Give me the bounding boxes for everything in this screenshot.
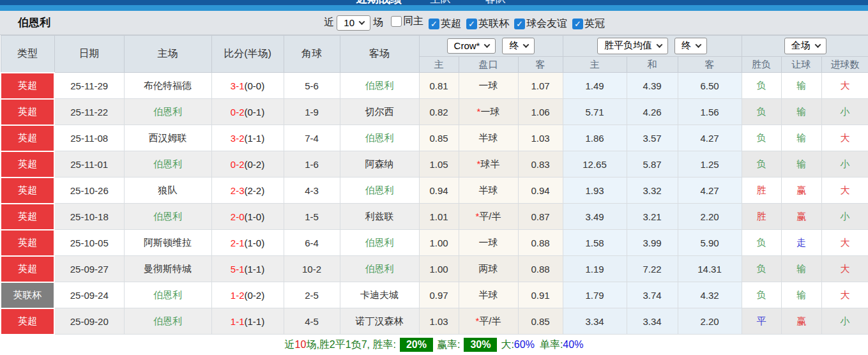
odds-away: 1.03	[518, 125, 563, 151]
sub-header-goals: 进球数	[821, 57, 868, 73]
match-date: 25-11-22	[54, 99, 124, 125]
result-wdl: 负	[742, 99, 781, 125]
handicap-line: 半球	[459, 125, 518, 151]
checked-checkbox-icon[interactable]: ✓	[514, 19, 525, 29]
match-date: 25-09-27	[54, 256, 124, 282]
corners-cell: 1-5	[284, 204, 340, 230]
chevron-down-icon	[696, 42, 702, 48]
col-header-corners: 角球	[284, 36, 340, 73]
filter-checkbox-2[interactable]: ✓英联杯	[466, 17, 509, 31]
result-handicap: 输	[781, 151, 821, 178]
result-goals: 大	[821, 125, 868, 151]
odds-away: 1.07	[518, 73, 563, 99]
summary-near: 近	[285, 338, 295, 352]
avg-home: 1.93	[563, 178, 627, 204]
odds-home: 1.01	[419, 204, 459, 230]
odds-away: 0.91	[518, 282, 563, 308]
filter-checkbox-0[interactable]: 同主	[391, 15, 423, 28]
scope-select[interactable]: 全场	[784, 38, 826, 54]
league-badge: 英超	[1, 256, 54, 282]
odds-away: 0.88	[518, 256, 563, 282]
odds-home: 1.00	[419, 230, 459, 256]
chevron-down-icon	[657, 42, 663, 48]
odds-home: 0.94	[419, 178, 459, 204]
avg-away: 2.20	[678, 308, 742, 335]
sub-header-let: 让球	[781, 57, 821, 73]
result-wdl: 负	[742, 73, 781, 99]
corners-cell: 6-4	[284, 230, 340, 256]
league-badge: 英联杯	[1, 282, 54, 308]
league-badge: 英超	[1, 73, 54, 99]
home-team-name: 伯恩利	[124, 282, 211, 308]
avg-home: 1.58	[563, 230, 627, 256]
sub-header-avg-away: 客	[678, 57, 742, 73]
page-title: 近期战绩	[356, 0, 402, 5]
unchecked-checkbox-icon[interactable]	[391, 16, 402, 27]
chevron-down-icon	[484, 42, 491, 48]
cover-label: 赢率:	[437, 338, 460, 352]
result-handicap: 输	[781, 99, 821, 125]
match-date: 25-11-08	[54, 125, 124, 151]
checked-checkbox-icon[interactable]: ✓	[429, 19, 439, 29]
sub-header-avg-draw: 和	[627, 57, 678, 73]
odds-group-header: Crow* 终	[419, 36, 563, 57]
avg-away: 2.20	[678, 204, 742, 230]
odds-away: 1.06	[518, 99, 563, 125]
corners-cell: 4-5	[284, 308, 340, 335]
match-date: 25-11-01	[54, 151, 124, 178]
away-team-name: 卡迪夫城	[340, 282, 419, 308]
filter-checkbox-4[interactable]: ✓英冠	[572, 17, 605, 31]
big-label: 大:	[501, 338, 514, 352]
away-team-name: 伯恩利	[340, 125, 419, 151]
result-goals: 大	[821, 256, 868, 282]
corners-cell: 10-2	[284, 256, 340, 282]
avg-away: 4.27	[678, 125, 742, 151]
match-history-table: 类型 日期 主场 比分(半场) 角球 客场 Crow* 终 胜	[0, 35, 868, 335]
single-label: 单率:	[540, 338, 563, 352]
avg-draw: 3.57	[627, 125, 678, 151]
away-team-name: 伯恩利	[340, 230, 419, 256]
home-team-name: 阿斯顿维拉	[124, 230, 211, 256]
avg-home: 1.86	[563, 125, 627, 151]
near-label: 近	[324, 16, 334, 29]
checked-checkbox-icon[interactable]: ✓	[466, 19, 477, 29]
match-date: 25-09-20	[54, 308, 124, 335]
bookmaker-select[interactable]: Crow*	[447, 38, 496, 54]
match-count-select[interactable]: 10	[337, 15, 370, 31]
score-cell: 1-1(1-1)	[211, 308, 284, 335]
score-cell: 2-3(2-2)	[211, 178, 284, 204]
home-team-name: 西汉姆联	[124, 125, 211, 151]
result-handicap: 输	[781, 282, 821, 308]
avg-home: 5.71	[563, 99, 627, 125]
result-handicap: 赢	[781, 178, 821, 204]
league-badge: 英超	[1, 178, 54, 204]
filter-checkbox-3[interactable]: ✓球会友谊	[514, 17, 567, 31]
corners-cell: 7-4	[284, 125, 340, 151]
match-date: 25-10-18	[54, 204, 124, 230]
match-row: 英超25-11-08西汉姆联3-2(1-1)7-4伯恩利0.85半球1.031.…	[1, 125, 868, 151]
tab-home-team[interactable]: 主队	[430, 0, 451, 4]
col-header-home: 主场	[124, 36, 211, 73]
corners-cell: 2-5	[284, 282, 340, 308]
away-team-name: 利兹联	[340, 204, 419, 230]
odds-home: 1.03	[419, 308, 459, 335]
avg-draw: 3.99	[627, 230, 678, 256]
match-row: 英超25-11-29布伦特福德3-1(0-0)5-6伯恩利0.81一球1.071…	[1, 73, 868, 99]
avg-time-select[interactable]: 终	[674, 38, 707, 54]
filter-checkbox-1[interactable]: ✓英超	[429, 17, 461, 31]
odds-time-select[interactable]: 终	[502, 38, 535, 54]
checked-checkbox-icon[interactable]: ✓	[572, 19, 583, 29]
avg-odds-select[interactable]: 胜平负均值	[597, 38, 668, 54]
handicap-line: *平/半	[459, 308, 518, 335]
filter-checkbox-label: 英联杯	[478, 17, 509, 31]
filter-checkbox-label: 同主	[403, 15, 423, 28]
tab-away-team[interactable]: 客队	[485, 0, 506, 4]
away-team-name: 伯恩利	[340, 73, 419, 99]
home-team-name: 伯恩利	[124, 308, 211, 335]
title-separator: ·	[466, 0, 469, 4]
score-cell: 3-2(1-1)	[211, 125, 284, 151]
away-team-name: 诺丁汉森林	[340, 308, 419, 335]
avg-group-header: 胜平负均值 终	[563, 36, 742, 57]
avg-away: 4.32	[678, 282, 742, 308]
odds-home: 0.85	[419, 125, 459, 151]
